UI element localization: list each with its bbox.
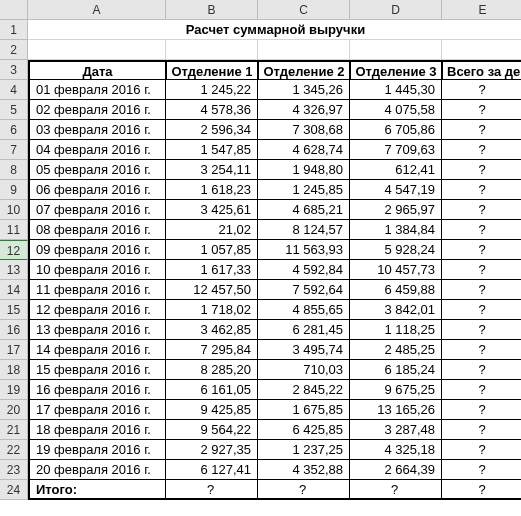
row-header-22[interactable]: 22 (0, 440, 28, 460)
blank-cell[interactable] (28, 40, 166, 60)
table-header-d2[interactable]: Отделение 2 (258, 60, 350, 80)
value-cell[interactable]: 3 254,11 (166, 160, 258, 180)
date-cell[interactable]: 17 февраля 2016 г. (28, 400, 166, 420)
row-header-18[interactable]: 18 (0, 360, 28, 380)
row-header-16[interactable]: 16 (0, 320, 28, 340)
date-cell[interactable]: 01 февраля 2016 г. (28, 80, 166, 100)
value-cell[interactable]: 1 245,85 (258, 180, 350, 200)
value-cell[interactable]: 5 928,24 (350, 240, 442, 260)
total-cell[interactable]: ? (442, 420, 521, 440)
row-header-15[interactable]: 15 (0, 300, 28, 320)
column-header-E[interactable]: E (442, 0, 521, 20)
blank-cell[interactable] (166, 40, 258, 60)
value-cell[interactable]: 7 295,84 (166, 340, 258, 360)
date-cell[interactable]: 02 февраля 2016 г. (28, 100, 166, 120)
value-cell[interactable]: 1 618,23 (166, 180, 258, 200)
value-cell[interactable]: 1 675,85 (258, 400, 350, 420)
select-all-corner[interactable] (0, 0, 28, 20)
value-cell[interactable]: 4 326,97 (258, 100, 350, 120)
value-cell[interactable]: 1 445,30 (350, 80, 442, 100)
column-header-C[interactable]: C (258, 0, 350, 20)
footer-value[interactable]: ? (258, 480, 350, 500)
column-header-A[interactable]: A (28, 0, 166, 20)
date-cell[interactable]: 03 февраля 2016 г. (28, 120, 166, 140)
row-header-11[interactable]: 11 (0, 220, 28, 240)
value-cell[interactable]: 1 118,25 (350, 320, 442, 340)
total-cell[interactable]: ? (442, 320, 521, 340)
value-cell[interactable]: 3 495,74 (258, 340, 350, 360)
row-header-19[interactable]: 19 (0, 380, 28, 400)
total-cell[interactable]: ? (442, 460, 521, 480)
value-cell[interactable]: 1 345,26 (258, 80, 350, 100)
value-cell[interactable]: 9 675,25 (350, 380, 442, 400)
row-header-17[interactable]: 17 (0, 340, 28, 360)
date-cell[interactable]: 14 февраля 2016 г. (28, 340, 166, 360)
blank-cell[interactable] (442, 40, 521, 60)
value-cell[interactable]: 6 161,05 (166, 380, 258, 400)
total-cell[interactable]: ? (442, 240, 521, 260)
value-cell[interactable]: 9 564,22 (166, 420, 258, 440)
value-cell[interactable]: 2 596,34 (166, 120, 258, 140)
total-cell[interactable]: ? (442, 380, 521, 400)
total-cell[interactable]: ? (442, 280, 521, 300)
row-header-23[interactable]: 23 (0, 460, 28, 480)
value-cell[interactable]: 4 628,74 (258, 140, 350, 160)
total-cell[interactable]: ? (442, 160, 521, 180)
value-cell[interactable]: 10 457,73 (350, 260, 442, 280)
value-cell[interactable]: 6 425,85 (258, 420, 350, 440)
date-cell[interactable]: 04 февраля 2016 г. (28, 140, 166, 160)
row-header-7[interactable]: 7 (0, 140, 28, 160)
total-cell[interactable]: ? (442, 80, 521, 100)
table-header-d1[interactable]: Отделение 1 (166, 60, 258, 80)
spreadsheet-grid[interactable]: ABCDE1Расчет суммарной выручки23ДатаОтде… (0, 0, 521, 500)
column-header-B[interactable]: B (166, 0, 258, 20)
value-cell[interactable]: 11 563,93 (258, 240, 350, 260)
row-header-6[interactable]: 6 (0, 120, 28, 140)
footer-total[interactable]: ? (442, 480, 521, 500)
value-cell[interactable]: 3 462,85 (166, 320, 258, 340)
value-cell[interactable]: 2 485,25 (350, 340, 442, 360)
value-cell[interactable]: 4 592,84 (258, 260, 350, 280)
value-cell[interactable]: 2 965,97 (350, 200, 442, 220)
value-cell[interactable]: 2 664,39 (350, 460, 442, 480)
value-cell[interactable]: 7 592,64 (258, 280, 350, 300)
table-header-date[interactable]: Дата (28, 60, 166, 80)
value-cell[interactable]: 2 845,22 (258, 380, 350, 400)
date-cell[interactable]: 07 февраля 2016 г. (28, 200, 166, 220)
value-cell[interactable]: 1 384,84 (350, 220, 442, 240)
date-cell[interactable]: 13 февраля 2016 г. (28, 320, 166, 340)
value-cell[interactable]: 4 075,58 (350, 100, 442, 120)
footer-value[interactable]: ? (350, 480, 442, 500)
value-cell[interactable]: 7 308,68 (258, 120, 350, 140)
value-cell[interactable]: 13 165,26 (350, 400, 442, 420)
blank-cell[interactable] (350, 40, 442, 60)
value-cell[interactable]: 6 185,24 (350, 360, 442, 380)
value-cell[interactable]: 1 245,22 (166, 80, 258, 100)
table-header-d3[interactable]: Отделение 3 (350, 60, 442, 80)
value-cell[interactable]: 7 709,63 (350, 140, 442, 160)
date-cell[interactable]: 08 февраля 2016 г. (28, 220, 166, 240)
value-cell[interactable]: 1 948,80 (258, 160, 350, 180)
total-cell[interactable]: ? (442, 140, 521, 160)
table-header-total[interactable]: Всего за день (442, 60, 521, 80)
value-cell[interactable]: 612,41 (350, 160, 442, 180)
value-cell[interactable]: 3 287,48 (350, 420, 442, 440)
date-cell[interactable]: 20 февраля 2016 г. (28, 460, 166, 480)
value-cell[interactable]: 1 237,25 (258, 440, 350, 460)
row-header-3[interactable]: 3 (0, 60, 28, 80)
row-header-5[interactable]: 5 (0, 100, 28, 120)
date-cell[interactable]: 06 февраля 2016 г. (28, 180, 166, 200)
total-cell[interactable]: ? (442, 300, 521, 320)
row-header-8[interactable]: 8 (0, 160, 28, 180)
value-cell[interactable]: 4 578,36 (166, 100, 258, 120)
value-cell[interactable]: 6 705,86 (350, 120, 442, 140)
date-cell[interactable]: 05 февраля 2016 г. (28, 160, 166, 180)
value-cell[interactable]: 9 425,85 (166, 400, 258, 420)
blank-cell[interactable] (258, 40, 350, 60)
value-cell[interactable]: 4 547,19 (350, 180, 442, 200)
value-cell[interactable]: 710,03 (258, 360, 350, 380)
footer-label[interactable]: Итого: (28, 480, 166, 500)
total-cell[interactable]: ? (442, 200, 521, 220)
date-cell[interactable]: 12 февраля 2016 г. (28, 300, 166, 320)
value-cell[interactable]: 4 352,88 (258, 460, 350, 480)
